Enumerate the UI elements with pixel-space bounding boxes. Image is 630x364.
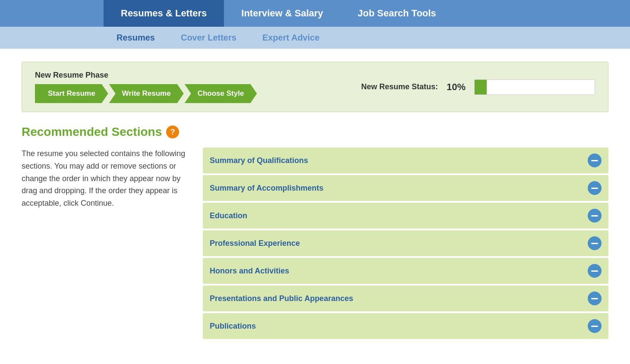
content-area: The resume you selected contains the fol… bbox=[22, 147, 608, 339]
step-start-resume[interactable]: Start Resume bbox=[35, 84, 108, 103]
remove-publications[interactable] bbox=[588, 319, 602, 333]
sub-nav-expert-advice[interactable]: Expert Advice bbox=[249, 27, 333, 49]
section-item-professional-experience[interactable]: Professional Experience bbox=[203, 230, 608, 256]
sub-nav-cover-letters[interactable]: Cover Letters bbox=[168, 27, 249, 49]
nav-job-search-tools[interactable]: Job Search Tools bbox=[340, 0, 454, 27]
remove-professional-experience[interactable] bbox=[588, 236, 602, 250]
section-label-professional-experience: Professional Experience bbox=[210, 239, 300, 248]
remove-summary-accomplishments[interactable] bbox=[588, 181, 602, 195]
section-label-summary-qualifications: Summary of Qualifications bbox=[210, 156, 308, 165]
section-item-honors-activities[interactable]: Honors and Activities bbox=[203, 258, 608, 284]
section-label-education: Education bbox=[210, 211, 247, 220]
progress-section: New Resume Phase Start Resume Write Resu… bbox=[22, 62, 608, 112]
sub-nav-resumes[interactable]: Resumes bbox=[104, 27, 168, 49]
description-text: The resume you selected contains the fol… bbox=[22, 147, 186, 210]
step-choose-style[interactable]: Choose Style bbox=[185, 84, 257, 103]
section-label-summary-accomplishments: Summary of Accomplishments bbox=[210, 184, 323, 193]
remove-honors-activities[interactable] bbox=[588, 264, 602, 278]
section-item-publications[interactable]: Publications bbox=[203, 313, 608, 339]
remove-summary-qualifications[interactable] bbox=[588, 154, 602, 167]
remove-presentations-public[interactable] bbox=[588, 292, 602, 305]
progress-phase-label: New Resume Phase bbox=[35, 71, 258, 80]
section-item-summary-qualifications[interactable]: Summary of Qualifications bbox=[203, 147, 608, 173]
section-label-presentations-public: Presentations and Public Appearances bbox=[210, 294, 353, 303]
sub-nav: Resumes Cover Letters Expert Advice bbox=[0, 27, 630, 49]
recommended-sections-label: Recommended Sections bbox=[22, 125, 162, 139]
recommended-sections-title: Recommended Sections ? bbox=[22, 125, 608, 139]
main-content: New Resume Phase Start Resume Write Resu… bbox=[0, 49, 630, 352]
nav-interview-salary[interactable]: Interview & Salary bbox=[224, 0, 340, 27]
status-label: New Resume Status: bbox=[361, 82, 438, 91]
progress-bar-container bbox=[474, 79, 595, 95]
top-nav: Resumes & Letters Interview & Salary Job… bbox=[0, 0, 630, 27]
section-item-education[interactable]: Education bbox=[203, 203, 608, 229]
progress-left: New Resume Phase Start Resume Write Resu… bbox=[35, 71, 258, 103]
remove-education[interactable] bbox=[588, 209, 602, 223]
help-icon[interactable]: ? bbox=[166, 126, 179, 138]
step-write-resume[interactable]: Write Resume bbox=[109, 84, 184, 103]
section-label-publications: Publications bbox=[210, 322, 256, 331]
sections-list: Summary of Qualifications Summary of Acc… bbox=[203, 147, 608, 339]
progress-steps: Start Resume Write Resume Choose Style bbox=[35, 84, 258, 103]
nav-resumes-letters[interactable]: Resumes & Letters bbox=[104, 0, 224, 27]
section-item-presentations-public[interactable]: Presentations and Public Appearances bbox=[203, 286, 608, 311]
section-label-honors-activities: Honors and Activities bbox=[210, 267, 289, 276]
progress-bar-fill bbox=[475, 80, 487, 94]
section-item-summary-accomplishments[interactable]: Summary of Accomplishments bbox=[203, 175, 608, 201]
status-percent: 10% bbox=[447, 82, 466, 93]
progress-right: New Resume Status: 10% bbox=[361, 79, 595, 95]
